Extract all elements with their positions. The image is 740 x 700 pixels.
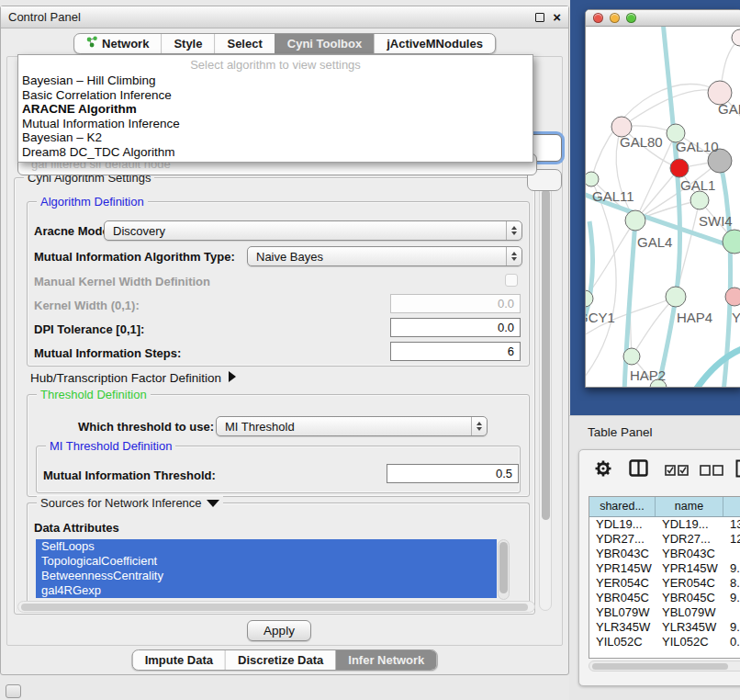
algorithm-option[interactable]: Mutual Information Inference: [18, 117, 533, 131]
table-cell[interactable]: YBR043C: [589, 547, 656, 561]
table-horizontal-scrollbar[interactable]: [589, 660, 740, 672]
column-header[interactable]: A: [723, 497, 740, 516]
aracne-mode-combobox[interactable]: Discovery: [104, 220, 522, 241]
hub-definition-label[interactable]: Hub/Transcription Factor Definition: [30, 371, 236, 385]
network-node-y[interactable]: [725, 288, 740, 306]
table-cell[interactable]: YLR345W: [589, 620, 656, 635]
combo-stepper-icon[interactable]: [506, 221, 521, 240]
attribute-list-item[interactable]: BetweennessCentrality: [36, 569, 497, 583]
combo-stepper-icon[interactable]: [471, 417, 487, 435]
float-window-icon[interactable]: [535, 13, 544, 22]
close-traffic-light-icon[interactable]: [593, 13, 603, 23]
table-row[interactable]: YER054CYER054C8.: [589, 576, 740, 591]
zoom-traffic-light-icon[interactable]: [626, 13, 636, 23]
table-cell[interactable]: YBL079W: [656, 605, 723, 620]
bottom-tab-discretize-data[interactable]: Discretize Data: [225, 650, 335, 670]
apply-button[interactable]: Apply: [247, 620, 311, 641]
table-cell[interactable]: YBR045C: [589, 591, 656, 605]
network-node-gal1[interactable]: [690, 191, 709, 209]
tab-network[interactable]: Network: [74, 34, 161, 53]
algorithm-option[interactable]: Bayesian – K2: [18, 130, 533, 145]
mi-steps-field[interactable]: 6: [390, 342, 521, 361]
algorithm-option[interactable]: ARACNE Algorithm: [18, 102, 533, 117]
table-cell[interactable]: YDR27...: [656, 532, 723, 547]
which-threshold-combobox[interactable]: MI Threshold: [216, 416, 488, 436]
table-cell[interactable]: YPR145W: [589, 561, 656, 576]
table-cell[interactable]: YBR043C: [656, 547, 723, 561]
select-all-checkboxes-icon[interactable]: [665, 463, 690, 480]
table-cell[interactable]: YER054C: [589, 576, 656, 591]
table-row[interactable]: YBR045CYBR045C9.: [589, 591, 740, 605]
table-cell[interactable]: YDL19...: [589, 517, 656, 532]
network-node[interactable]: [670, 159, 689, 177]
dpi-tolerance-field[interactable]: 0.0: [390, 318, 521, 337]
column-header[interactable]: shared...: [589, 497, 656, 516]
table-row[interactable]: YDL19...YDL19...13: [589, 517, 740, 532]
gear-icon[interactable]: [594, 459, 612, 481]
mi-algorithm-type-combobox[interactable]: Naive Bayes: [247, 246, 522, 266]
deselect-all-checkboxes-icon[interactable]: [700, 463, 724, 480]
table-cell[interactable]: YDL19...: [656, 517, 723, 532]
tab-jactivemnodules[interactable]: jActiveMNodules: [374, 34, 495, 53]
attribute-list-item[interactable]: TopologicalCoefficient: [36, 554, 497, 569]
table-cell[interactable]: 13: [723, 517, 740, 532]
table-cell[interactable]: YER054C: [656, 576, 723, 591]
algorithm-dropdown-popup: Select algorithm to view settings Bayesi…: [17, 54, 533, 163]
table-row[interactable]: YBL079WYBL079W: [589, 605, 740, 620]
table-cell[interactable]: 12: [723, 532, 740, 547]
table-cell[interactable]: YIL052C: [656, 635, 723, 647]
collapsed-panel-icon[interactable]: [6, 684, 21, 698]
dpi-tolerance-label: DPI Tolerance [0,1]:: [34, 322, 144, 336]
table-cell[interactable]: YLR345W: [656, 620, 723, 635]
table-cell[interactable]: 9.: [723, 620, 740, 635]
tab-style[interactable]: Style: [161, 34, 214, 53]
table-row[interactable]: YIL052CYIL052C0.: [589, 635, 740, 647]
table-row[interactable]: YPR145WYPR145W9.: [589, 561, 740, 576]
algorithm-option[interactable]: Bayesian – Hill Climbing: [18, 73, 533, 88]
table-cell[interactable]: YBL079W: [589, 605, 656, 620]
network-node-swi4[interactable]: [723, 230, 740, 254]
settings-horizontal-scrollbar[interactable]: [17, 601, 535, 613]
split-columns-icon[interactable]: [629, 459, 648, 480]
network-node-hap2[interactable]: [623, 348, 640, 365]
table-cell[interactable]: 9.: [723, 561, 740, 576]
manual-kernel-width-checkbox[interactable]: [505, 274, 518, 287]
attributes-scrollbar[interactable]: [498, 539, 510, 600]
table-cell[interactable]: 8.: [723, 576, 740, 591]
algorithm-option[interactable]: Basic Correlation Inference: [18, 88, 533, 103]
table-cell[interactable]: YIL052C: [589, 635, 656, 647]
algorithm-option[interactable]: Dream8 DC_TDC Algorithm: [18, 145, 533, 160]
close-window-icon[interactable]: ×: [553, 13, 561, 22]
network-node-gal11[interactable]: [586, 172, 599, 186]
table-row[interactable]: YLR345WYLR345W9.: [589, 620, 740, 635]
bottom-tab-infer-network[interactable]: Infer Network: [335, 650, 436, 670]
expand-arrow-icon[interactable]: [229, 371, 236, 382]
table-cell[interactable]: YDR27...: [589, 532, 656, 547]
document-icon[interactable]: [735, 459, 740, 481]
network-node-gal4[interactable]: [625, 210, 645, 231]
column-header[interactable]: name: [656, 497, 723, 516]
combo-stepper-icon[interactable]: [506, 247, 521, 265]
table-row[interactable]: YBR043CYBR043C: [589, 547, 740, 561]
network-canvas[interactable]: GALGAL80GAL10GAL11GAL1GAL4SWI4GCY1HAP4YH…: [586, 27, 740, 388]
kernel-width-field[interactable]: 0.0: [390, 294, 521, 313]
table-cell[interactable]: [723, 605, 740, 620]
tab-cyni-toolbox[interactable]: Cyni Toolbox: [275, 34, 374, 53]
table-cell[interactable]: [723, 547, 740, 561]
attribute-list-item[interactable]: gal4RGexp: [36, 583, 497, 598]
tab-select[interactable]: Select: [214, 34, 274, 53]
table-cell[interactable]: YPR145W: [656, 561, 723, 576]
table-cell[interactable]: 0.: [723, 635, 740, 647]
minimize-traffic-light-icon[interactable]: [610, 13, 620, 23]
network-edge[interactable]: [694, 346, 740, 388]
mi-threshold-field[interactable]: 0.5: [387, 464, 519, 483]
bottom-tab-impute-data[interactable]: Impute Data: [133, 650, 225, 670]
collapse-arrow-icon[interactable]: [207, 500, 219, 507]
table-cell[interactable]: 9.: [723, 591, 740, 605]
network-node[interactable]: [732, 29, 740, 46]
network-node-hap4[interactable]: [666, 287, 686, 307]
table-row[interactable]: YDR27...YDR27...12: [589, 532, 740, 547]
settings-vertical-scrollbar[interactable]: [539, 181, 552, 611]
attribute-list-item[interactable]: SelfLoops: [36, 539, 497, 554]
table-cell[interactable]: YBR045C: [656, 591, 723, 605]
